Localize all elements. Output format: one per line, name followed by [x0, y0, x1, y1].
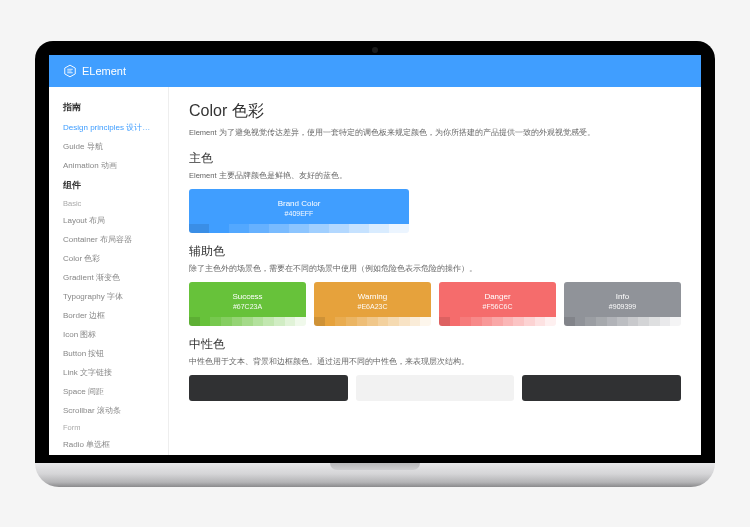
brand-shade-strip — [189, 224, 409, 233]
color-swatch: Danger#F56C6C — [439, 282, 556, 317]
shade-swatch[interactable] — [388, 317, 399, 326]
neutral-color-row — [189, 375, 681, 401]
shade-swatch[interactable] — [369, 224, 389, 233]
shade-swatch[interactable] — [289, 224, 309, 233]
page-description: Element 为了避免视觉传达差异，使用一套特定的调色板来规定颜色，为你所搭建… — [189, 128, 681, 138]
brand-logo[interactable]: ELement — [63, 64, 126, 78]
shade-swatch[interactable] — [607, 317, 618, 326]
shade-swatch[interactable] — [346, 317, 357, 326]
sidebar-item[interactable]: Animation 动画 — [49, 156, 168, 175]
color-hex: #F56C6C — [439, 302, 556, 311]
color-name: Info — [564, 292, 681, 302]
shade-swatch[interactable] — [492, 317, 503, 326]
shade-swatch[interactable] — [367, 317, 378, 326]
shade-swatch[interactable] — [189, 224, 209, 233]
shade-swatch[interactable] — [253, 317, 264, 326]
section-title-neutral: 中性色 — [189, 336, 681, 353]
shade-swatch[interactable] — [596, 317, 607, 326]
shade-swatch[interactable] — [274, 317, 285, 326]
shade-swatch[interactable] — [670, 317, 681, 326]
sidebar-item[interactable]: Design principles 设计原则 — [49, 118, 168, 137]
page-title: Color 色彩 — [189, 101, 681, 122]
shade-swatch[interactable] — [450, 317, 461, 326]
shade-swatch[interactable] — [564, 317, 575, 326]
sidebar-group-guide: 指南 — [49, 97, 168, 118]
shade-swatch[interactable] — [439, 317, 450, 326]
success-color-card[interactable]: Success#67C23A — [189, 282, 306, 326]
brand-name: ELement — [82, 65, 126, 77]
neutral-swatch-dark[interactable] — [189, 375, 348, 401]
shade-swatch[interactable] — [585, 317, 596, 326]
section-desc-aux: 除了主色外的场景色，需要在不同的场景中使用（例如危险色表示危险的操作）。 — [189, 264, 681, 274]
warning-color-card[interactable]: Warning#E6A23C — [314, 282, 431, 326]
shade-swatch[interactable] — [524, 317, 535, 326]
shade-strip — [314, 317, 431, 326]
sidebar-item[interactable]: Space 间距 — [49, 382, 168, 401]
shade-swatch[interactable] — [535, 317, 546, 326]
shade-swatch[interactable] — [420, 317, 431, 326]
shade-swatch[interactable] — [221, 317, 232, 326]
shade-swatch[interactable] — [295, 317, 306, 326]
shade-swatch[interactable] — [263, 317, 274, 326]
brand-color-card[interactable]: Brand Color #409EFF — [189, 189, 409, 233]
shade-swatch[interactable] — [545, 317, 556, 326]
sidebar-item[interactable]: Guide 导航 — [49, 137, 168, 156]
danger-color-card[interactable]: Danger#F56C6C — [439, 282, 556, 326]
app-header: ELement — [49, 55, 701, 87]
shade-swatch[interactable] — [389, 224, 409, 233]
shade-strip — [564, 317, 681, 326]
sidebar-group-components: 组件 — [49, 175, 168, 196]
shade-swatch[interactable] — [269, 224, 289, 233]
shade-swatch[interactable] — [460, 317, 471, 326]
shade-swatch[interactable] — [210, 317, 221, 326]
camera-icon — [372, 47, 378, 53]
section-desc-neutral: 中性色用于文本、背景和边框颜色。通过运用不同的中性色，来表现层次结构。 — [189, 357, 681, 367]
info-color-card[interactable]: Info#909399 — [564, 282, 681, 326]
sidebar-item[interactable]: Container 布局容器 — [49, 230, 168, 249]
shade-swatch[interactable] — [209, 224, 229, 233]
shade-swatch[interactable] — [285, 317, 296, 326]
sidebar-item[interactable]: Scrollbar 滚动条 — [49, 401, 168, 420]
sidebar-item[interactable]: Typography 字体 — [49, 287, 168, 306]
shade-swatch[interactable] — [335, 317, 346, 326]
sidebar-item[interactable]: Button 按钮 — [49, 344, 168, 363]
shade-swatch[interactable] — [399, 317, 410, 326]
sidebar-item[interactable]: Gradient 渐变色 — [49, 268, 168, 287]
shade-swatch[interactable] — [503, 317, 514, 326]
sidebar-item[interactable]: Radio 单选框 — [49, 435, 168, 454]
shade-swatch[interactable] — [200, 317, 211, 326]
neutral-swatch-light[interactable] — [356, 375, 515, 401]
sidebar-item[interactable]: Layout 布局 — [49, 211, 168, 230]
shade-swatch[interactable] — [482, 317, 493, 326]
sidebar-item[interactable]: Icon 图标 — [49, 325, 168, 344]
shade-swatch[interactable] — [378, 317, 389, 326]
shade-swatch[interactable] — [513, 317, 524, 326]
shade-swatch[interactable] — [660, 317, 671, 326]
shade-swatch[interactable] — [638, 317, 649, 326]
shade-swatch[interactable] — [628, 317, 639, 326]
color-swatch: Warning#E6A23C — [314, 282, 431, 317]
color-hex: #909399 — [564, 302, 681, 311]
shade-swatch[interactable] — [325, 317, 336, 326]
sidebar-item[interactable]: Color 色彩 — [49, 249, 168, 268]
shade-swatch[interactable] — [242, 317, 253, 326]
section-title-primary: 主色 — [189, 150, 681, 167]
shade-swatch[interactable] — [349, 224, 369, 233]
shade-swatch[interactable] — [229, 224, 249, 233]
shade-swatch[interactable] — [357, 317, 368, 326]
shade-swatch[interactable] — [410, 317, 421, 326]
neutral-swatch-dark-2[interactable] — [522, 375, 681, 401]
shade-swatch[interactable] — [189, 317, 200, 326]
sidebar-item[interactable]: Border 边框 — [49, 306, 168, 325]
shade-swatch[interactable] — [617, 317, 628, 326]
sidebar-item[interactable]: Link 文字链接 — [49, 363, 168, 382]
shade-swatch[interactable] — [249, 224, 269, 233]
shade-swatch[interactable] — [575, 317, 586, 326]
shade-strip — [189, 317, 306, 326]
shade-swatch[interactable] — [314, 317, 325, 326]
shade-swatch[interactable] — [649, 317, 660, 326]
shade-swatch[interactable] — [329, 224, 349, 233]
shade-swatch[interactable] — [309, 224, 329, 233]
shade-swatch[interactable] — [232, 317, 243, 326]
shade-swatch[interactable] — [471, 317, 482, 326]
